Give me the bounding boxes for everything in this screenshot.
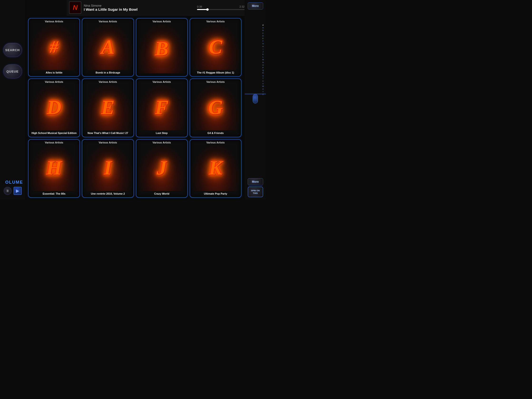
alpha-item-D[interactable]: D (262, 34, 264, 37)
volume-label: VOLUME (2, 180, 23, 185)
alpha-item-N[interactable]: N (262, 61, 264, 64)
album-flame-letter-5: E (101, 97, 115, 118)
alpha-item-I[interactable]: I (263, 48, 263, 51)
search-button[interactable]: SEARCH (3, 43, 22, 57)
album-card-3[interactable]: Various Artists C The #1 Reggae Album (d… (190, 18, 241, 77)
alpha-item-P[interactable]: P (262, 66, 264, 69)
left-sidebar: SEARCH QUEUE (0, 0, 25, 200)
album-card-11[interactable]: Various Artists K Ultimate Pop Party (190, 139, 241, 198)
more-top-button[interactable]: More (248, 2, 263, 10)
alpha-item-F[interactable]: F (262, 40, 264, 42)
album-flame-letter-1: A (101, 37, 115, 57)
album-letter-container-8: H (30, 145, 78, 191)
album-card-1[interactable]: Various Artists A Bomb in a Birdcage (82, 18, 134, 77)
alpha-item-L[interactable]: L (262, 56, 263, 58)
current-time: 0:38 (197, 5, 202, 8)
now-playing-bar: N Nina Simone I Want a Little Sugar in M… (67, 0, 247, 15)
pause-button[interactable]: ⏸ (4, 187, 12, 195)
alpha-item-K[interactable]: K (262, 53, 264, 56)
alpha-item-Q[interactable]: Q (262, 69, 264, 72)
right-sidebar: More #ABCDEFGHIJKLMNOPQRSTUVWXYZ More SP… (245, 0, 266, 200)
album-card-10[interactable]: Various Artists J Crazy World (136, 139, 188, 198)
album-artist-3: Various Artists (206, 20, 225, 23)
album-title-8: Essential: The 80s (43, 192, 65, 195)
now-playing-title: I Want a Little Sugar in My Bowl (84, 7, 195, 11)
spin-on-this-button[interactable]: SPIN ON THIS (248, 187, 263, 197)
volume-controls: ⏸ ▶ (4, 187, 22, 195)
progress-fill (197, 9, 208, 10)
volume-up-button[interactable]: ▶ (13, 187, 22, 195)
album-grid: Various Artists # Alles is liefde Variou… (26, 16, 243, 200)
album-letter-container-5: E (84, 84, 132, 130)
alpha-item-Z[interactable]: Z (262, 93, 264, 96)
album-letter-container-3: C (191, 24, 240, 70)
album-flame-letter-4: D (47, 97, 61, 118)
more-bottom-button[interactable]: More (248, 178, 263, 185)
album-artist-11: Various Artists (206, 141, 225, 144)
alpha-item-R[interactable]: R (262, 72, 264, 74)
alpha-item-Y[interactable]: Y (262, 90, 264, 93)
alpha-item-U[interactable]: U (262, 80, 264, 82)
alpha-item-J[interactable]: J (263, 51, 264, 53)
progress-bar[interactable] (197, 9, 245, 10)
album-artist-9: Various Artists (99, 141, 117, 144)
album-letter-container-6: F (138, 84, 186, 130)
alpha-item-V[interactable]: V (262, 82, 264, 85)
album-title-4: High School Musical Special Edition (32, 131, 76, 135)
album-letter-container-2: B (138, 24, 186, 73)
album-title-3: The #1 Reggae Album (disc 1) (197, 71, 234, 74)
album-card-9[interactable]: Various Artists I Une rentrée 2010, Volu… (82, 139, 134, 198)
alpha-item-B[interactable]: B (262, 29, 264, 32)
album-card-5[interactable]: Various Artists E Now That's What I Call… (82, 78, 134, 137)
total-time: 2:32 (240, 5, 245, 8)
alpha-item-G[interactable]: G (262, 42, 264, 45)
alpha-item-H[interactable]: H (262, 45, 264, 48)
progress-dot (206, 8, 209, 11)
now-playing-info: Nina Simone I Want a Little Sugar in My … (84, 4, 195, 11)
album-flame-letter-8: H (46, 158, 62, 178)
album-card-7[interactable]: Various Artists G G4 & Friends (190, 78, 241, 137)
album-card-6[interactable]: Various Artists F Last Step (136, 78, 188, 137)
alpha-item-E[interactable]: E (262, 37, 264, 40)
album-letter-container-4: D (30, 84, 78, 130)
album-title-11: Ultimate Pop Party (204, 192, 227, 195)
album-title-10: Crazy World (154, 192, 169, 195)
alpha-item-S[interactable]: S (262, 75, 264, 77)
album-card-2[interactable]: Various Artists B (136, 18, 188, 77)
alpha-item-T[interactable]: T (262, 77, 264, 80)
alpha-item-O[interactable]: O (262, 64, 264, 66)
now-playing-artist: Nina Simone (84, 4, 195, 7)
alpha-item-M[interactable]: M (262, 58, 264, 61)
now-playing-letter: N (69, 1, 81, 14)
album-letter-container-0: # (30, 24, 78, 70)
alpha-item-A[interactable]: A (262, 26, 264, 29)
volume-area: VOLUME ⏸ ▶ (0, 180, 25, 195)
album-card-4[interactable]: Various Artists D High School Musical Sp… (28, 78, 80, 137)
album-card-0[interactable]: Various Artists # Alles is liefde (28, 18, 80, 77)
alpha-item-X[interactable]: X (262, 88, 264, 90)
album-artist-0: Various Artists (45, 20, 63, 23)
album-artist-5: Various Artists (99, 80, 117, 83)
album-title-1: Bomb in a Birdcage (96, 71, 120, 74)
album-flame-letter-7: G (208, 97, 223, 118)
album-flame-letter-3: C (209, 37, 222, 57)
album-letter-container-9: I (84, 145, 132, 191)
album-title-6: Last Step (156, 131, 168, 135)
progress-times: 0:38 2:32 (197, 5, 245, 8)
album-card-8[interactable]: Various Artists H Essential: The 80s (28, 139, 80, 198)
alpha-item-W[interactable]: W (262, 85, 264, 88)
album-flame-letter-0: # (50, 38, 58, 55)
album-artist-7: Various Artists (206, 80, 225, 83)
album-artist-2: Various Artists (152, 20, 171, 23)
alpha-item-C[interactable]: C (262, 32, 264, 34)
queue-button[interactable]: QUEUE (3, 64, 22, 78)
progress-area[interactable]: 0:38 2:32 (197, 5, 245, 10)
alpha-item-#[interactable]: # (262, 24, 263, 26)
album-flame-letter-9: I (104, 158, 112, 178)
album-artist-6: Various Artists (152, 80, 171, 83)
album-artist-8: Various Artists (45, 141, 63, 144)
alpha-list: #ABCDEFGHIJKLMNOPQRSTUVWXYZ (261, 24, 265, 96)
album-title-5: Now That's What I Call Music! 27 (88, 131, 128, 135)
album-letter-container-1: A (84, 24, 132, 70)
album-title-0: Alles is liefde (46, 71, 62, 74)
